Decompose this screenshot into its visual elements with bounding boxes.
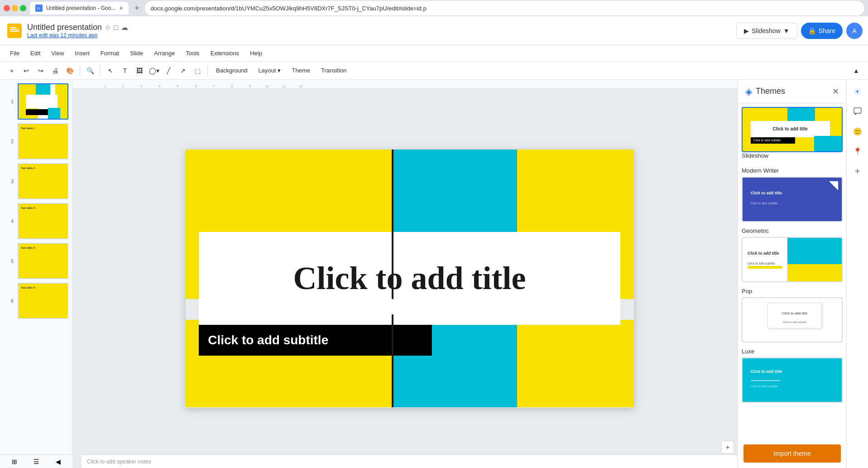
theme-item-luxe[interactable]: Luxe Click to add title Click to add sub… [742,348,843,403]
menu-slide[interactable]: Slide [125,48,148,58]
theme-preview-geometric: Click to add title Click to add subtitle [742,237,843,282]
slideshow-label: Slideshow [752,27,781,34]
minimize-window-button[interactable] [12,5,18,11]
drive-icon[interactable]: □ [114,24,118,32]
prev-mw-corner [829,181,838,190]
paint-format-button[interactable]: 🎨 [63,64,76,77]
last-edit-status[interactable]: Last edit was 12 minutes ago [27,32,128,39]
arrow-button[interactable]: ↗ [177,64,189,77]
menu-bar: File Edit View Insert Format Slide Arran… [0,45,868,62]
prev-geo-subtitle-bar [748,266,782,269]
theme-button[interactable]: Theme [287,64,314,77]
slide-canvas: Click to add title Click to add subtitle [186,150,634,408]
menu-edit[interactable]: Edit [26,48,45,58]
theme-preview-slideshow: Click to add title Click to add subtitle [742,107,843,152]
maps-icon-button[interactable]: 📍 [849,143,866,159]
emoji-icon-button[interactable]: 🙂 [849,123,866,140]
cursor-button[interactable]: ↖ [104,64,117,77]
theme-item-slideshow[interactable]: Click to add title Click to add subtitle… [742,107,843,162]
tab-bar: G Untitled presentation - Goo... ✕ + doc… [30,1,864,15]
shapes-button[interactable]: ◯▾ [148,64,160,77]
prev-ss-title: Click to add title [751,122,830,136]
menu-file[interactable]: File [5,48,24,58]
undo-button[interactable]: ↩ [20,64,33,77]
prev-geo-subtitle: Click to add subtitle [748,262,775,265]
theme-item-pop[interactable]: Pop Click to add title Click to add subt… [742,288,843,343]
speaker-notes[interactable]: Click to add speaker notes [82,454,738,468]
menu-format[interactable]: Format [96,48,124,58]
layout-chevron-icon: ▾ [278,67,281,74]
svg-rect-4 [10,29,19,30]
theme-item-geometric[interactable]: Geometric Click to add title Click to ad… [742,227,843,282]
list-view-icon[interactable]: ☰ [34,458,39,465]
print-button[interactable]: 🖨 [49,64,62,77]
share-button[interactable]: 🔒 Share [801,23,843,39]
text-box-button[interactable]: T [119,64,131,77]
theme-name-slideshow: Slideshow [742,152,843,159]
slide-title-placeholder[interactable]: Click to add title [199,232,620,325]
menu-help[interactable]: Help [245,48,267,58]
slide-thumbnail-5[interactable]: Tad slide 4 [18,243,68,279]
slide-number-1: 1 [11,99,16,104]
svg-text:✦: ✦ [855,89,859,94]
frame-button[interactable]: ⬚ [191,64,204,77]
collapse-panel-button[interactable]: ▲ [850,64,863,77]
layout-button[interactable]: Layout ▾ [254,64,285,77]
slides-panel: 1 2 Tad slide 1 3 [0,80,72,468]
menu-tools[interactable]: Tools [181,48,204,58]
theme-name-geometric: Geometric [742,227,843,234]
slide-thumbnail-1[interactable] [18,83,68,120]
svg-rect-8 [854,108,861,113]
theme-name-modern-writer: Modern Writer [742,167,843,174]
slide-number-2: 2 [11,139,16,144]
svg-rect-5 [10,31,19,32]
theme-item-modern-writer[interactable]: Modern Writer Click to add title Click t… [742,167,843,222]
slide-thumbnail-3[interactable]: Tad slide 4 [18,163,68,199]
comments-icon-button[interactable] [849,103,866,120]
tab-close-icon[interactable]: ✕ [119,5,123,11]
maximize-window-button[interactable] [20,5,26,11]
add-panel-button[interactable]: + [849,163,866,179]
menu-view[interactable]: View [47,48,68,58]
background-button[interactable]: Background [211,64,252,77]
slide-thumbnail-2[interactable]: Tad slide 1 [18,123,68,159]
collapse-sidebar-icon[interactable]: ◀ [56,458,61,465]
assistant-icon-button[interactable]: ✦ [849,83,866,100]
slide-thumb-wrapper-5: 5 Tad slide 4 [11,243,68,279]
grid-view-icon[interactable]: ⊞ [12,458,17,465]
menu-extensions[interactable]: Extensions [206,48,244,58]
line-button[interactable]: ╱ [162,64,175,77]
cloud-icon[interactable]: ☁ [121,23,128,32]
menu-arrange[interactable]: Arrange [149,48,179,58]
prev-geo-yellow [787,264,842,281]
add-slide-toolbar-button[interactable]: + [5,64,18,77]
slideshow-icon: ▶ [744,27,749,34]
slide-title-text: Click to add title [293,260,526,297]
address-bar[interactable]: docs.google.com/presentation/d/1bUYMCu25… [145,1,864,15]
star-icon[interactable]: ☆ [105,23,111,32]
transition-button[interactable]: Transition [317,64,351,77]
thumb1-black [26,109,48,116]
slide-thumbnail-4[interactable]: Tad slide 4 [18,203,68,239]
zoom-out-button[interactable]: 🔍 [84,64,96,77]
themes-panel: ◈ Themes ✕ Click to add title Click to a… [738,80,846,468]
close-themes-panel-button[interactable]: ✕ [832,87,839,96]
url-text: docs.google.com/presentation/d/1bUYMCu25… [150,5,426,12]
menu-insert[interactable]: Insert [70,48,94,58]
add-page-button[interactable]: + [721,441,734,454]
new-tab-button[interactable]: + [130,2,143,14]
active-tab[interactable]: G Untitled presentation - Goo... ✕ [30,2,129,14]
close-window-button[interactable] [4,5,10,11]
import-theme-button[interactable]: Import theme [743,444,841,463]
slide-thumb-wrapper-1: 1 [11,83,68,120]
share-lock-icon: 🔒 [808,27,816,34]
theme-label: Theme [292,67,310,74]
app-title-row: Untitled presentation ☆ □ ☁ [27,23,128,32]
slide-subtitle-placeholder[interactable]: Click to add subtitle [199,325,432,356]
slide-thumbnail-6[interactable]: Tad slide 4 [18,283,68,319]
slideshow-button[interactable]: ▶ Slideshow ▼ [736,23,797,39]
prev-pop-title: Click to add title [772,311,817,315]
redo-button[interactable]: ↪ [34,64,47,77]
image-button[interactable]: 🖼 [133,64,146,77]
user-avatar[interactable]: A [846,23,863,39]
